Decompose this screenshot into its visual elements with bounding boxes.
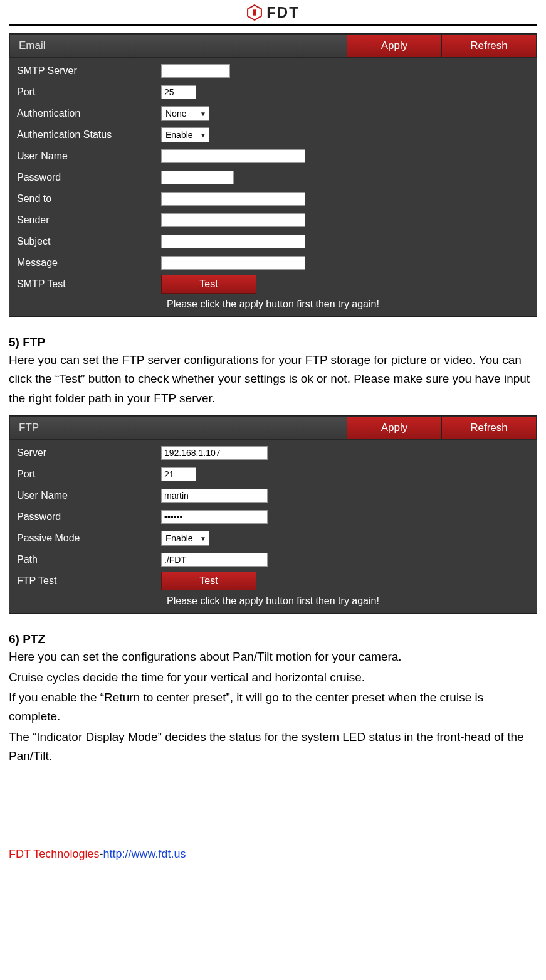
subject-input[interactable] <box>161 235 305 248</box>
brand-logo: FDT <box>246 4 300 21</box>
smtp-test-label: SMTP Test <box>17 279 161 290</box>
passive-mode-select-value: Enable <box>165 533 196 543</box>
email-user-input[interactable] <box>161 149 305 163</box>
email-panel-title: Email <box>10 35 347 57</box>
sender-label: Sender <box>17 215 161 226</box>
ftp-panel-title: FTP <box>10 417 347 439</box>
ftp-port-label: Port <box>17 469 161 480</box>
email-port-input[interactable] <box>161 85 196 99</box>
chevron-down-icon: ▼ <box>197 107 209 120</box>
auth-status-select-value: Enable <box>165 130 196 140</box>
ftp-test-label: FTP Test <box>17 575 161 587</box>
ptz-paragraph-1: Here you can set the configurations abou… <box>9 647 537 666</box>
ftp-password-label: Password <box>17 511 161 523</box>
ftp-refresh-button[interactable]: Refresh <box>441 417 536 439</box>
auth-status-select[interactable]: Enable ▼ <box>161 127 209 142</box>
smtp-test-button[interactable]: Test <box>161 275 256 294</box>
footer-company: FDT Technologies <box>9 848 99 860</box>
smtp-server-label: SMTP Server <box>17 65 161 77</box>
svg-rect-1 <box>253 9 256 15</box>
chevron-down-icon: ▼ <box>197 532 209 545</box>
page-footer: FDT Technologies-http://www.fdt.us <box>9 848 537 873</box>
ftp-user-label: User Name <box>17 490 161 501</box>
message-input[interactable] <box>161 256 305 270</box>
footer-url: www.fdt.us <box>131 848 186 860</box>
email-apply-button[interactable]: Apply <box>347 35 441 57</box>
ftp-user-input[interactable] <box>161 489 268 503</box>
auth-label: Authentication <box>17 108 161 119</box>
email-panel-header: Email Apply Refresh <box>9 34 537 58</box>
sender-input[interactable] <box>161 213 305 227</box>
ptz-paragraph-3: If you enable the “Return to center pres… <box>9 688 537 727</box>
email-panel: Email Apply Refresh SMTP Server Port Aut… <box>9 33 537 317</box>
ftp-path-input[interactable] <box>161 553 268 567</box>
ptz-paragraph-4: The “Indicator Display Mode” decides the… <box>9 728 537 766</box>
auth-select[interactable]: None ▼ <box>161 106 209 121</box>
ftp-port-input[interactable] <box>161 467 196 481</box>
fdt-logo-icon <box>246 4 263 21</box>
passive-mode-label: Passive Mode <box>17 533 161 544</box>
message-label: Message <box>17 257 161 269</box>
ftp-note: Please click the apply button first then… <box>9 592 537 609</box>
ftp-apply-button[interactable]: Apply <box>347 417 441 439</box>
email-note: Please click the apply button first then… <box>9 295 537 312</box>
send-to-label: Send to <box>17 193 161 205</box>
ftp-section-title: 5) FTP <box>9 336 537 349</box>
auth-status-label: Authentication Status <box>17 129 161 141</box>
brand-text: FDT <box>266 4 300 21</box>
ftp-server-input[interactable] <box>161 446 268 460</box>
smtp-server-input[interactable] <box>161 64 230 78</box>
ftp-panel: FTP Apply Refresh Server Port User Name … <box>9 415 537 614</box>
ftp-password-input[interactable] <box>161 510 268 524</box>
email-port-label: Port <box>17 87 161 98</box>
ptz-paragraph-2: Cruise cycles decide the time for your v… <box>9 668 537 687</box>
ftp-panel-header: FTP Apply Refresh <box>9 416 537 440</box>
footer-proto: http:// <box>103 848 131 860</box>
send-to-input[interactable] <box>161 192 305 206</box>
chevron-down-icon: ▼ <box>197 129 209 141</box>
page-header: FDT <box>9 0 537 26</box>
ftp-server-label: Server <box>17 447 161 459</box>
ftp-test-button[interactable]: Test <box>161 572 256 590</box>
email-password-input[interactable] <box>161 171 234 184</box>
passive-mode-select[interactable]: Enable ▼ <box>161 531 209 546</box>
ftp-section-paragraph: Here you can set the FTP server configur… <box>9 351 537 408</box>
email-refresh-button[interactable]: Refresh <box>441 35 536 57</box>
email-password-label: Password <box>17 172 161 183</box>
ftp-path-label: Path <box>17 554 161 565</box>
email-user-label: User Name <box>17 151 161 162</box>
auth-select-value: None <box>165 109 196 119</box>
ptz-section-title: 6) PTZ <box>9 632 537 646</box>
subject-label: Subject <box>17 236 161 247</box>
